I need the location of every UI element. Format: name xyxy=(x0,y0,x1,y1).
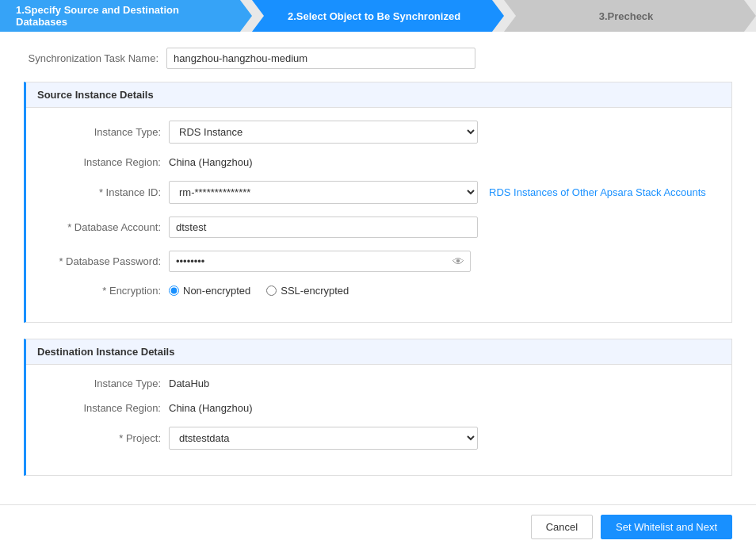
show-password-icon[interactable]: 👁 xyxy=(452,255,464,268)
footer: Cancel Set Whitelist and Next xyxy=(0,504,756,548)
source-db-password-label: * Database Password: xyxy=(42,255,169,267)
source-instance-region-row: Instance Region: China (Hangzhou) xyxy=(42,156,716,168)
source-instance-id-select[interactable]: rm-************** xyxy=(169,181,478,204)
dest-instance-region-label: Instance Region: xyxy=(42,402,169,414)
source-instance-type-label: Instance Type: xyxy=(42,126,169,138)
destination-section-body: Instance Type: DataHub Instance Region: … xyxy=(26,365,731,475)
source-db-account-label: * Database Account: xyxy=(42,221,169,233)
source-db-password-input[interactable] xyxy=(169,251,471,272)
dest-instance-region-value: China (Hangzhou) xyxy=(169,402,253,414)
source-db-password-wrapper: 👁 xyxy=(169,251,471,272)
task-name-input[interactable] xyxy=(166,48,475,69)
encryption-radio-group: Non-encrypted SSL-encrypted xyxy=(169,285,349,297)
wizard-step-3[interactable]: 3.Precheck xyxy=(504,0,756,32)
source-section-body: Instance Type: RDS Instance Instance Reg… xyxy=(26,108,731,322)
source-section: Source Instance Details Instance Type: R… xyxy=(24,82,732,323)
dest-instance-region-row: Instance Region: China (Hangzhou) xyxy=(42,402,716,414)
wizard-step-1[interactable]: 1.Specify Source and Destination Databas… xyxy=(0,0,252,32)
encryption-non-encrypted-radio[interactable] xyxy=(169,285,179,296)
task-name-row: Synchronization Task Name: xyxy=(24,48,732,69)
destination-section: Destination Instance Details Instance Ty… xyxy=(24,339,732,476)
encryption-ssl-option[interactable]: SSL-encrypted xyxy=(266,285,349,297)
set-whitelist-next-button[interactable]: Set Whitelist and Next xyxy=(601,515,732,539)
source-encryption-label: * Encryption: xyxy=(42,285,169,297)
other-accounts-link[interactable]: RDS Instances of Other Apsara Stack Acco… xyxy=(489,186,706,198)
source-instance-type-row: Instance Type: RDS Instance xyxy=(42,121,716,144)
cancel-button[interactable]: Cancel xyxy=(531,515,593,539)
source-instance-id-row: * Instance ID: rm-************** RDS Ins… xyxy=(42,181,716,204)
source-instance-region-value: China (Hangzhou) xyxy=(169,156,253,168)
wizard-header: 1.Specify Source and Destination Databas… xyxy=(0,0,756,32)
source-db-account-input[interactable] xyxy=(169,217,478,238)
step2-label: 2.Select Object to Be Synchronized xyxy=(288,10,460,22)
source-instance-region-label: Instance Region: xyxy=(42,156,169,168)
source-instance-type-select[interactable]: RDS Instance xyxy=(169,121,478,144)
task-name-label: Synchronization Task Name: xyxy=(24,52,166,64)
source-db-password-row: * Database Password: 👁 xyxy=(42,251,716,272)
dest-project-row: * Project: dtstestdata xyxy=(42,427,716,450)
destination-section-title: Destination Instance Details xyxy=(26,339,731,365)
source-instance-id-label: * Instance ID: xyxy=(42,186,169,198)
encryption-ssl-radio[interactable] xyxy=(266,285,277,296)
source-instance-id-wrapper: rm-************** RDS Instances of Other… xyxy=(169,181,706,204)
source-section-title: Source Instance Details xyxy=(26,82,731,108)
step3-label: 3.Precheck xyxy=(599,10,654,22)
source-encryption-row: * Encryption: Non-encrypted SSL-encrypte… xyxy=(42,285,716,297)
encryption-non-encrypted-option[interactable]: Non-encrypted xyxy=(169,285,250,297)
dest-instance-type-value: DataHub xyxy=(169,377,209,389)
encryption-non-encrypted-label: Non-encrypted xyxy=(183,285,250,297)
main-content: Synchronization Task Name: Source Instan… xyxy=(0,32,756,504)
dest-project-select[interactable]: dtstestdata xyxy=(169,427,478,450)
dest-instance-type-label: Instance Type: xyxy=(42,377,169,389)
wizard-step-2[interactable]: 2.Select Object to Be Synchronized xyxy=(252,0,504,32)
dest-project-label: * Project: xyxy=(42,432,169,444)
encryption-ssl-label: SSL-encrypted xyxy=(281,285,349,297)
step1-label: 1.Specify Source and Destination Databas… xyxy=(16,4,228,28)
dest-instance-type-row: Instance Type: DataHub xyxy=(42,377,716,389)
source-db-account-row: * Database Account: xyxy=(42,217,716,238)
